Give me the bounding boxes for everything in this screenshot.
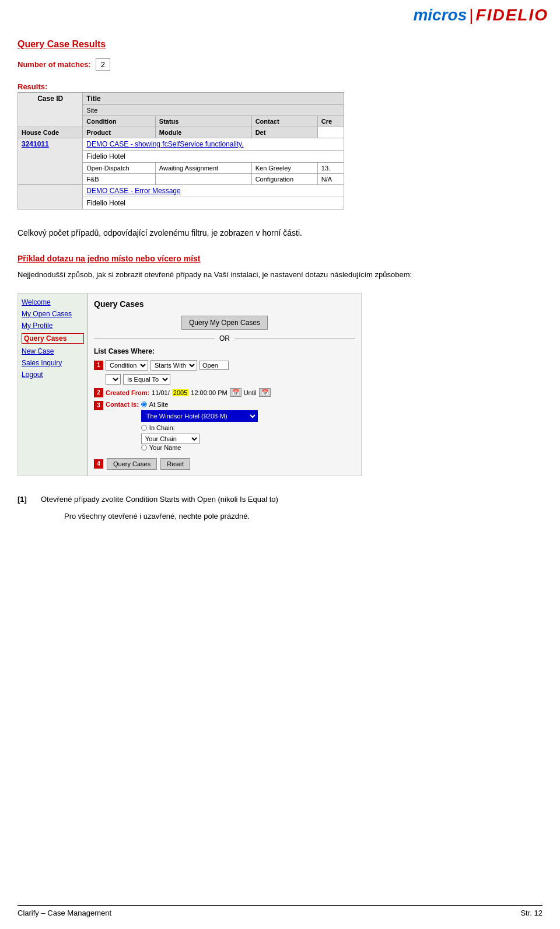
sidebar-item-my-profile[interactable]: My Profile: [22, 322, 84, 330]
chain-select[interactable]: Your Chain: [141, 434, 200, 444]
filter-number-date: 2: [94, 388, 103, 397]
panel-main: Query Cases Query My Open Cases OR List …: [88, 294, 361, 476]
btn-reset[interactable]: Reset: [160, 458, 190, 470]
czech-heading: Příklad dotazu na jedno místo nebo vícer…: [18, 254, 542, 263]
filter-op-starts-with[interactable]: Starts With: [150, 360, 197, 371]
sidebar-item-welcome[interactable]: Welcome: [22, 298, 84, 306]
note-subtext-1: Pro všechny otevřené i uzavřené, nechte …: [64, 511, 278, 523]
filter-number-bottom: 4: [94, 459, 103, 469]
logo-fidelio: FIDELIO: [476, 6, 548, 25]
filter-number-contact: 3: [94, 401, 103, 410]
filter-value-open[interactable]: [200, 361, 229, 370]
filter-field-empty[interactable]: [106, 374, 121, 385]
date-row: 2 Created From: 11/01/ 2005 12:00:00 PM …: [94, 388, 355, 397]
note-number-1: [1]: [18, 494, 29, 523]
or-line-left: [94, 338, 215, 338]
czech-paragraph-2: Nejjednodušší způsob, jak si zobrazit ot…: [18, 269, 542, 281]
your-name-label: Your Name: [149, 444, 181, 451]
contact-row: 3 Contact is: At Site The Windsor Hotel …: [94, 401, 355, 453]
col-housecode-header: House Code: [18, 127, 83, 138]
note-text-1: Otevřené případy zvolíte Condition Start…: [41, 495, 278, 504]
results-header-label: Results:: [18, 82, 542, 91]
col-contact-header: Contact: [251, 116, 317, 127]
matches-value: 2: [96, 58, 110, 71]
filter-row-1: 1 Condition Starts With: [94, 360, 355, 371]
site-dropdown[interactable]: The Windsor Hotel (9208-M): [141, 410, 258, 422]
table-row-site-1: Fidelio Hotel: [83, 151, 344, 163]
case-title-link-1[interactable]: DEMO CASE - showing fcSelfService functi…: [86, 140, 243, 148]
sidebar-item-query-cases[interactable]: Query Cases: [22, 333, 84, 344]
radio-in-chain-row: In Chain:: [141, 424, 355, 431]
sidebar-item-new-case[interactable]: New Case: [22, 347, 84, 355]
until-date-btn[interactable]: 📅: [259, 388, 271, 397]
table-row-contact-1: Ken Greeley: [251, 163, 317, 174]
results-table-container: Results: Case ID Title Site: [18, 82, 542, 209]
col-product-header: Product: [83, 127, 156, 138]
radio-your-name-row: Your Name: [141, 444, 355, 451]
panel-title: Query Cases: [94, 299, 355, 309]
filter-field-condition[interactable]: Condition: [106, 360, 148, 371]
radio-at-site[interactable]: [141, 401, 147, 407]
filter-row-2: Is Equal To: [94, 374, 355, 385]
footer: Clarify – Case Management Str. 12: [18, 905, 542, 917]
table-row-status-1: Awaiting Assignment: [155, 163, 251, 174]
btn-query-cases[interactable]: Query Cases: [107, 458, 157, 470]
note-row-1: [1] Otevřené případy zvolíte Condition S…: [18, 494, 542, 523]
sidebar: Welcome My Open Cases My Profile Query C…: [18, 294, 88, 476]
table-row-case-id-1: 3241011: [18, 138, 83, 185]
header: micros | FIDELIO: [0, 0, 560, 27]
filter-op-is-equal[interactable]: Is Equal To: [123, 374, 170, 385]
list-cases-label: List Cases Where:: [94, 347, 355, 355]
table-row-title-1: DEMO CASE - showing fcSelfService functi…: [83, 138, 344, 151]
in-chain-label: In Chain:: [149, 424, 175, 431]
table-row-housecode-1: F&B: [83, 174, 156, 185]
date-value: 11/01/: [152, 389, 170, 396]
table-row-det-1: N/A: [317, 174, 344, 185]
footer-left: Clarify – Case Management: [18, 909, 111, 917]
radio-your-name[interactable]: [141, 445, 147, 450]
or-line-right: [235, 338, 355, 338]
logo-micros: micros: [413, 6, 467, 25]
results-table: Case ID Title Site Condition: [18, 92, 344, 209]
col-status-header: Status: [155, 116, 251, 127]
case-link-1[interactable]: 3241011: [22, 140, 49, 148]
until-label: Until: [244, 389, 257, 396]
table-row-product-1: [155, 174, 251, 185]
table-row-case-id-2: [18, 185, 83, 209]
table-row-cre-1: 13.: [317, 163, 344, 174]
czech-paragraph-1: Celkový počet případů, odpovídající zvol…: [18, 227, 542, 239]
at-site-label: At Site: [149, 401, 168, 408]
logo-divider: |: [469, 6, 473, 25]
filter-number-1: 1: [94, 361, 103, 370]
col-site-header: Site: [83, 105, 344, 116]
note-content-1: Otevřené případy zvolíte Condition Start…: [41, 494, 278, 523]
col-case-id-header: Case ID: [18, 93, 83, 127]
radio-in-chain[interactable]: [141, 425, 147, 431]
sidebar-item-logout[interactable]: Logout: [22, 371, 84, 379]
bottom-btns: 4 Query Cases Reset: [94, 458, 355, 470]
logo: micros | FIDELIO: [413, 6, 548, 25]
date-year-highlighted: 2005: [172, 389, 188, 396]
col-module-header: Module: [155, 127, 251, 138]
table-row-site-2: Fidelio Hotel: [83, 197, 344, 209]
btn-query-my-open-cases[interactable]: Query My Open Cases: [181, 316, 268, 330]
sidebar-item-sales-inquiry[interactable]: Sales Inquiry: [22, 359, 84, 367]
table-row-title-2: DEMO CASE - Error Message: [83, 185, 344, 197]
col-condition-header: Condition: [83, 116, 156, 127]
filter-number-2-empty: [94, 375, 103, 384]
date-picker-btn[interactable]: 📅: [230, 388, 242, 397]
main-content: Query Case Results Number of matches: 2 …: [0, 27, 560, 543]
col-title-header: Title: [83, 93, 344, 105]
contact-options: At Site The Windsor Hotel (9208-M) In Ch…: [141, 401, 355, 453]
or-text: OR: [219, 334, 230, 343]
case-title-link-2[interactable]: DEMO CASE - Error Message: [86, 187, 180, 195]
radio-at-site-row: At Site: [141, 401, 355, 408]
notes-section: [1] Otevřené případy zvolíte Condition S…: [18, 494, 542, 523]
sidebar-item-my-open-cases[interactable]: My Open Cases: [22, 310, 84, 318]
matches-row: Number of matches: 2: [18, 58, 542, 71]
date-time: 12:00:00 PM: [191, 389, 227, 396]
footer-right: Str. 12: [520, 909, 542, 917]
col-cre-header: Cre: [317, 116, 344, 127]
col-det-header: Det: [251, 127, 317, 138]
table-row-module-1: Configuration: [251, 174, 317, 185]
